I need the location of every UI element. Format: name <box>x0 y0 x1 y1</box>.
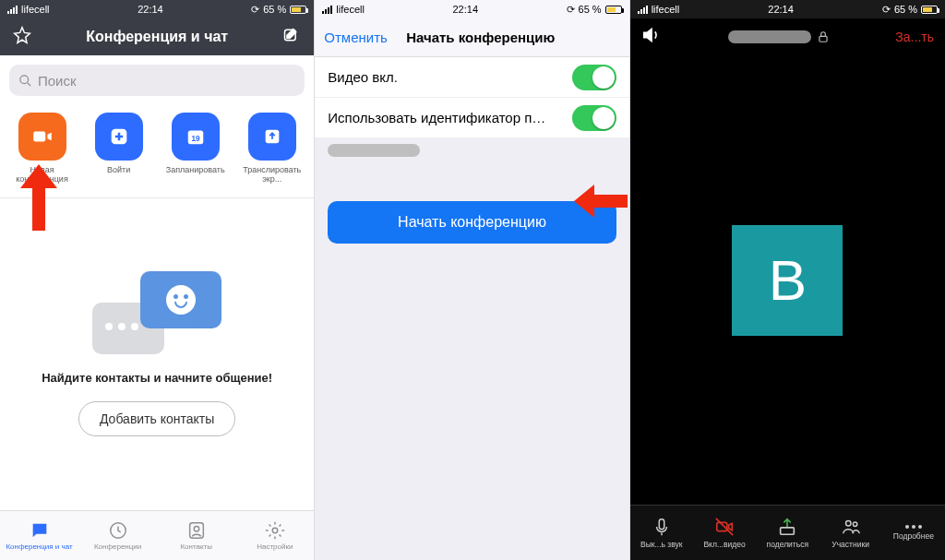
battery-icon <box>290 6 306 14</box>
battery-icon <box>605 6 622 14</box>
plus-icon <box>110 127 128 146</box>
star-icon[interactable] <box>13 26 31 48</box>
battery-pct: 65 % <box>263 4 286 15</box>
video-icon <box>30 125 54 149</box>
empty-state: Найдите контакты и начните общение! Доба… <box>0 198 314 510</box>
header: Конференция и чат <box>0 18 314 55</box>
status-bar: lifecell 22:14 ⟳65 % <box>630 0 945 18</box>
more-icon <box>905 525 922 529</box>
search-icon <box>18 74 32 88</box>
schedule-button[interactable]: 19 Запланировать <box>159 113 233 185</box>
join-button[interactable]: Войти <box>82 113 156 185</box>
meeting-topbar: За...ть <box>630 18 945 55</box>
mic-icon <box>652 517 672 537</box>
row-video-on: Видео вкл. <box>315 57 628 98</box>
page-title: Начать конференцию <box>388 30 620 45</box>
header: Отменить Начать конференцию <box>315 18 628 57</box>
redacted-text <box>328 144 420 157</box>
participant-avatar: В <box>732 225 843 336</box>
page-title: Конференция и чат <box>31 29 282 45</box>
upload-icon <box>262 126 282 147</box>
search-placeholder: Поиск <box>38 73 77 89</box>
signal-icon <box>7 6 18 14</box>
control-mute[interactable]: Вык...ь звук <box>630 506 693 560</box>
svg-point-16 <box>853 522 856 526</box>
share-screen-button[interactable]: Транслировать экр... <box>235 113 309 185</box>
gear-icon <box>265 520 285 541</box>
control-more[interactable]: Подробнее <box>882 506 945 560</box>
screen-in-meeting: lifecell 22:14 ⟳65 % За...ть В Вык...ь з… <box>630 0 945 560</box>
svg-rect-12 <box>659 519 664 530</box>
video-area[interactable]: В <box>630 55 945 505</box>
chat-icon <box>30 520 50 541</box>
battery-icon <box>921 6 938 14</box>
setting-label: Использовать идентификатор перс... <box>328 110 549 125</box>
status-time: 22:14 <box>768 4 794 15</box>
tab-settings[interactable]: Настройки <box>235 511 314 560</box>
setting-label: Видео вкл. <box>328 69 398 85</box>
tab-chat[interactable]: Конференция и чат <box>0 511 78 560</box>
svg-point-9 <box>194 526 199 531</box>
status-bar: lifecell 22:14 ⟳65 % <box>0 0 314 18</box>
screen-home: lifecell 22:14 ⟳65 % Конференция и чат П… <box>0 0 315 560</box>
svg-rect-14 <box>781 528 795 534</box>
status-time: 22:14 <box>452 4 478 15</box>
svg-point-15 <box>845 521 851 527</box>
add-contacts-button[interactable]: Добавить контакты <box>78 401 235 436</box>
empty-message: Найдите контакты и начните общение! <box>42 371 272 385</box>
svg-rect-11 <box>819 36 826 42</box>
redacted-meeting-id <box>728 30 811 43</box>
svg-rect-8 <box>189 523 203 539</box>
speaker-icon[interactable] <box>641 25 662 49</box>
control-share[interactable]: поделиться <box>756 506 819 560</box>
screen-start-meeting: lifecell 22:14 ⟳65 % Отменить Начать кон… <box>315 0 629 560</box>
video-off-icon <box>714 517 735 537</box>
red-arrow-annotation <box>17 164 61 231</box>
status-time: 22:14 <box>138 4 163 15</box>
search-wrap: Поиск <box>0 55 314 105</box>
compose-icon[interactable] <box>282 26 301 48</box>
signal-icon <box>638 6 648 14</box>
tab-meetings[interactable]: Конференции <box>78 511 157 560</box>
svg-text:19: 19 <box>191 135 200 143</box>
tab-contacts[interactable]: Контакты <box>157 511 235 560</box>
search-input[interactable]: Поиск <box>9 65 305 96</box>
carrier-label: lifecell <box>21 4 50 15</box>
meeting-controls: Вык...ь звук Вкл...видео поделиться Учас… <box>630 505 945 560</box>
contacts-icon <box>186 520 207 541</box>
toggle-video[interactable] <box>572 65 616 90</box>
participants-icon <box>841 517 861 537</box>
control-participants[interactable]: Участники <box>819 506 881 560</box>
svg-rect-2 <box>33 132 45 142</box>
tab-bar: Конференция и чат Конференции Контакты Н… <box>0 510 314 560</box>
signal-icon <box>322 6 332 14</box>
lock-icon <box>817 30 830 43</box>
end-meeting-button[interactable]: За...ть <box>895 30 934 44</box>
row-use-pmi: Использовать идентификатор перс... <box>315 98 628 138</box>
chat-illustration <box>92 271 221 354</box>
svg-point-10 <box>272 528 278 533</box>
calendar-icon: 19 <box>185 126 206 147</box>
status-bar: lifecell 22:14 ⟳65 % <box>315 0 628 18</box>
toggle-pmi[interactable] <box>572 105 616 131</box>
svg-point-1 <box>20 75 29 83</box>
settings-list: Видео вкл. Использовать идентификатор пе… <box>315 57 628 138</box>
control-video[interactable]: Вкл...видео <box>693 506 756 560</box>
share-icon <box>777 517 797 537</box>
clock-icon <box>108 520 128 541</box>
cancel-button[interactable]: Отменить <box>324 30 388 45</box>
red-arrow-annotation <box>574 183 628 220</box>
